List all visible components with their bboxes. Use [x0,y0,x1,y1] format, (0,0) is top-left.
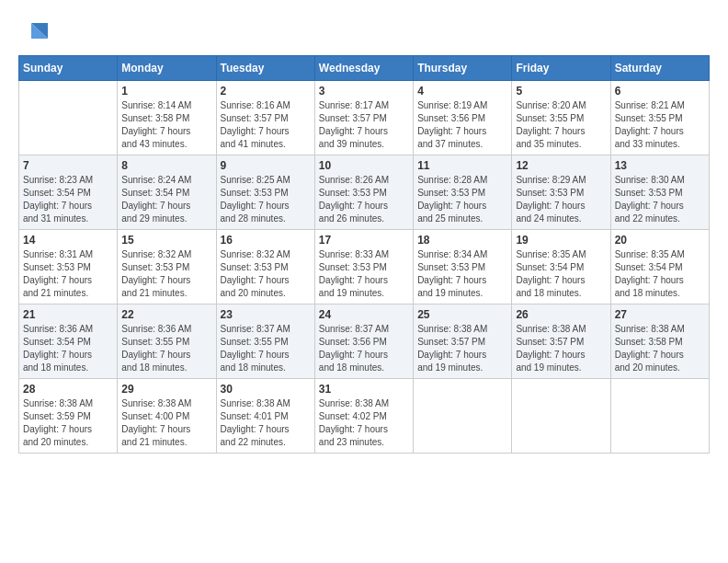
day-info: Sunrise: 8:28 AM Sunset: 3:53 PM Dayligh… [417,174,507,225]
calendar-week-5: 28Sunrise: 8:38 AM Sunset: 3:59 PM Dayli… [19,379,710,454]
calendar-cell: 2Sunrise: 8:16 AM Sunset: 3:57 PM Daylig… [216,81,314,155]
day-number: 16 [221,234,311,247]
calendar-cell: 21Sunrise: 8:36 AM Sunset: 3:54 PM Dayli… [19,304,118,379]
day-number: 22 [121,308,211,321]
logo-icon [22,18,50,46]
calendar-cell: 5Sunrise: 8:20 AM Sunset: 3:55 PM Daylig… [512,81,610,155]
day-number: 19 [516,234,606,247]
calendar-table: SundayMondayTuesdayWednesdayThursdayFrid… [18,55,710,454]
day-number: 8 [121,159,211,172]
day-number: 6 [615,85,705,98]
day-header-friday: Friday [512,56,610,81]
calendar-cell: 14Sunrise: 8:31 AM Sunset: 3:53 PM Dayli… [19,230,118,304]
calendar-cell: 28Sunrise: 8:38 AM Sunset: 3:59 PM Dayli… [19,379,118,454]
day-number: 13 [615,159,705,172]
day-number: 1 [121,85,211,98]
day-number: 5 [516,85,606,98]
day-number: 2 [221,85,311,98]
calendar-cell [512,379,610,454]
calendar-cell: 29Sunrise: 8:38 AM Sunset: 4:00 PM Dayli… [118,379,216,454]
calendar-cell: 25Sunrise: 8:38 AM Sunset: 3:57 PM Dayli… [414,304,512,379]
calendar-cell: 16Sunrise: 8:32 AM Sunset: 3:53 PM Dayli… [216,230,314,304]
day-number: 3 [319,85,409,98]
day-info: Sunrise: 8:31 AM Sunset: 3:53 PM Dayligh… [23,248,113,300]
day-header-monday: Monday [118,56,216,81]
day-info: Sunrise: 8:16 AM Sunset: 3:57 PM Dayligh… [221,99,311,151]
calendar-cell: 23Sunrise: 8:37 AM Sunset: 3:55 PM Dayli… [216,304,314,379]
day-number: 25 [417,308,507,321]
calendar-header: SundayMondayTuesdayWednesdayThursdayFrid… [19,56,710,81]
day-info: Sunrise: 8:30 AM Sunset: 3:53 PM Dayligh… [615,174,705,225]
day-info: Sunrise: 8:36 AM Sunset: 3:55 PM Dayligh… [121,323,211,374]
day-number: 27 [615,308,705,321]
day-number: 12 [516,159,606,172]
day-info: Sunrise: 8:38 AM Sunset: 3:57 PM Dayligh… [516,323,606,374]
day-number: 24 [319,308,409,321]
day-number: 10 [319,159,409,172]
day-info: Sunrise: 8:25 AM Sunset: 3:53 PM Dayligh… [221,174,311,225]
calendar-cell: 7Sunrise: 8:23 AM Sunset: 3:54 PM Daylig… [19,155,118,230]
day-info: Sunrise: 8:38 AM Sunset: 4:02 PM Dayligh… [319,397,409,449]
day-header-sunday: Sunday [19,56,118,81]
calendar-body: 1Sunrise: 8:14 AM Sunset: 3:58 PM Daylig… [19,81,710,454]
day-info: Sunrise: 8:38 AM Sunset: 4:01 PM Dayligh… [221,397,311,449]
day-info: Sunrise: 8:35 AM Sunset: 3:54 PM Dayligh… [615,248,705,300]
calendar-cell: 18Sunrise: 8:34 AM Sunset: 3:53 PM Dayli… [414,230,512,304]
day-info: Sunrise: 8:21 AM Sunset: 3:55 PM Dayligh… [615,99,705,151]
day-info: Sunrise: 8:26 AM Sunset: 3:53 PM Dayligh… [319,174,409,225]
calendar-cell: 12Sunrise: 8:29 AM Sunset: 3:53 PM Dayli… [512,155,610,230]
day-header-wednesday: Wednesday [314,56,413,81]
day-number: 20 [615,234,705,247]
calendar-cell: 1Sunrise: 8:14 AM Sunset: 3:58 PM Daylig… [118,81,216,155]
calendar-cell: 13Sunrise: 8:30 AM Sunset: 3:53 PM Dayli… [610,155,709,230]
calendar-cell: 27Sunrise: 8:38 AM Sunset: 3:58 PM Dayli… [610,304,709,379]
calendar-cell: 19Sunrise: 8:35 AM Sunset: 3:54 PM Dayli… [512,230,610,304]
day-info: Sunrise: 8:37 AM Sunset: 3:56 PM Dayligh… [319,323,409,374]
day-info: Sunrise: 8:32 AM Sunset: 3:53 PM Dayligh… [121,248,211,300]
calendar-cell: 20Sunrise: 8:35 AM Sunset: 3:54 PM Dayli… [610,230,709,304]
calendar-cell: 10Sunrise: 8:26 AM Sunset: 3:53 PM Dayli… [314,155,413,230]
calendar-cell: 11Sunrise: 8:28 AM Sunset: 3:53 PM Dayli… [414,155,512,230]
day-info: Sunrise: 8:38 AM Sunset: 3:58 PM Dayligh… [615,323,705,374]
day-header-thursday: Thursday [414,56,512,81]
day-info: Sunrise: 8:36 AM Sunset: 3:54 PM Dayligh… [23,323,113,374]
day-info: Sunrise: 8:19 AM Sunset: 3:56 PM Dayligh… [417,99,507,151]
day-info: Sunrise: 8:20 AM Sunset: 3:55 PM Dayligh… [516,99,606,151]
day-number: 29 [121,383,211,396]
day-header-saturday: Saturday [610,56,709,81]
calendar-cell: 31Sunrise: 8:38 AM Sunset: 4:02 PM Dayli… [314,379,413,454]
calendar-cell [19,81,118,155]
day-info: Sunrise: 8:38 AM Sunset: 3:57 PM Dayligh… [417,323,507,374]
calendar-cell: 15Sunrise: 8:32 AM Sunset: 3:53 PM Dayli… [118,230,216,304]
day-info: Sunrise: 8:34 AM Sunset: 3:53 PM Dayligh… [417,248,507,300]
calendar-cell: 8Sunrise: 8:24 AM Sunset: 3:54 PM Daylig… [118,155,216,230]
calendar-week-4: 21Sunrise: 8:36 AM Sunset: 3:54 PM Dayli… [19,304,710,379]
calendar-cell: 30Sunrise: 8:38 AM Sunset: 4:01 PM Dayli… [216,379,314,454]
calendar-cell: 6Sunrise: 8:21 AM Sunset: 3:55 PM Daylig… [610,81,709,155]
day-number: 31 [319,383,409,396]
day-number: 23 [221,308,311,321]
day-info: Sunrise: 8:33 AM Sunset: 3:53 PM Dayligh… [319,248,409,300]
day-info: Sunrise: 8:29 AM Sunset: 3:53 PM Dayligh… [516,174,606,225]
calendar-cell: 24Sunrise: 8:37 AM Sunset: 3:56 PM Dayli… [314,304,413,379]
day-info: Sunrise: 8:38 AM Sunset: 3:59 PM Dayligh… [23,397,113,449]
day-number: 7 [23,159,113,172]
day-info: Sunrise: 8:17 AM Sunset: 3:57 PM Dayligh… [319,99,409,151]
calendar-cell: 4Sunrise: 8:19 AM Sunset: 3:56 PM Daylig… [414,81,512,155]
day-number: 15 [121,234,211,247]
day-number: 21 [23,308,113,321]
calendar-cell: 9Sunrise: 8:25 AM Sunset: 3:53 PM Daylig… [216,155,314,230]
calendar-week-1: 1Sunrise: 8:14 AM Sunset: 3:58 PM Daylig… [19,81,710,155]
calendar-cell [610,379,709,454]
day-header-tuesday: Tuesday [216,56,314,81]
calendar-cell: 3Sunrise: 8:17 AM Sunset: 3:57 PM Daylig… [314,81,413,155]
day-info: Sunrise: 8:32 AM Sunset: 3:53 PM Dayligh… [221,248,311,300]
calendar-cell: 26Sunrise: 8:38 AM Sunset: 3:57 PM Dayli… [512,304,610,379]
calendar-cell: 22Sunrise: 8:36 AM Sunset: 3:55 PM Dayli… [118,304,216,379]
day-number: 30 [221,383,311,396]
calendar-week-3: 14Sunrise: 8:31 AM Sunset: 3:53 PM Dayli… [19,230,710,304]
day-number: 28 [23,383,113,396]
logo [18,18,50,46]
day-number: 4 [417,85,507,98]
page-header [18,18,710,46]
